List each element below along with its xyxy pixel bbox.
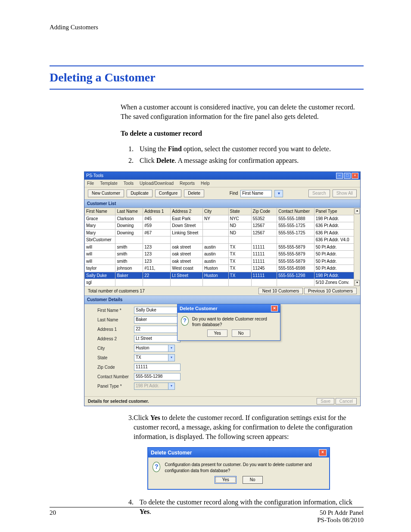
prev-customers-button[interactable]: Previous 10 Customers: [304, 288, 357, 294]
field-input: 198 Pt Addr.: [134, 383, 168, 390]
close-icon[interactable]: ×: [271, 305, 278, 311]
field-input[interactable]: TX: [134, 354, 168, 361]
intro-paragraph: When a customer account is considered in…: [121, 103, 364, 121]
steps-list-b: 3.Click Yes to delete the customer recor…: [128, 413, 364, 441]
chevron-down-icon: ▾: [168, 383, 175, 390]
menu-item[interactable]: Upload/Download: [140, 180, 174, 187]
field-label: Contact Number: [97, 374, 134, 380]
column-header[interactable]: Panel Type: [314, 208, 354, 215]
dialog-title: Delete Customer: [151, 449, 192, 456]
close-icon[interactable]: ×: [319, 449, 327, 456]
menu-item[interactable]: File: [87, 180, 94, 187]
status-bar-text: Details for selected customer.: [88, 398, 149, 404]
field-label: Address 2: [97, 336, 134, 342]
customer-list-header: Customer List: [84, 199, 360, 208]
field-input[interactable]: Lt Street: [134, 335, 181, 342]
yes-button[interactable]: Yes: [215, 476, 236, 484]
screenshot-1: PS-Tools – □ × FileTemplateToolsUpload/D…: [84, 171, 364, 407]
subheading: To delete a customer record: [121, 129, 364, 138]
field-input[interactable]: Huston: [134, 345, 168, 352]
table-row[interactable]: SbrCustomer636 Pt Addr. V4.0: [85, 236, 354, 244]
column-header[interactable]: Zip Code: [251, 208, 277, 215]
field-input[interactable]: 555-555-1298: [134, 373, 181, 380]
total-customers-label: Total number of customers 17: [88, 288, 145, 294]
menu-item[interactable]: Template: [100, 180, 118, 187]
table-row[interactable]: GraceClarkson#45East ParkNYNYC55352555-5…: [85, 215, 354, 222]
question-icon: ?: [153, 462, 160, 472]
menu-item[interactable]: Help: [201, 180, 210, 187]
question-icon: ?: [181, 316, 189, 326]
no-button[interactable]: No: [232, 330, 250, 337]
field-label: Last Name: [97, 317, 134, 323]
field-input[interactable]: 11111: [134, 364, 181, 371]
delete-button[interactable]: Delete: [184, 190, 204, 197]
duplicate-button[interactable]: Duplicate: [127, 190, 153, 197]
cancel-button[interactable]: Cancel: [336, 398, 357, 404]
table-row[interactable]: Sally DukeBaker22Lt StreetHustonTX111115…: [85, 272, 354, 279]
maximize-icon[interactable]: □: [344, 173, 351, 179]
column-header[interactable]: State: [228, 208, 251, 215]
dialog-title: Delete Customer: [180, 305, 217, 312]
page-number: 20: [50, 509, 56, 524]
dialog-message: Configuration data present for customer.…: [165, 462, 325, 473]
step-item: 3.Click Yes to delete the customer recor…: [128, 413, 364, 441]
no-button[interactable]: No: [243, 476, 263, 484]
footer-doc-id: PS-Tools 08/2010: [317, 516, 364, 523]
chevron-down-icon[interactable]: ▾: [274, 190, 283, 197]
minimize-icon[interactable]: –: [336, 173, 343, 179]
yes-button[interactable]: Yes: [207, 330, 227, 337]
new-customer-button[interactable]: New Customer: [88, 190, 124, 197]
configure-button[interactable]: Configure: [155, 190, 181, 197]
customer-details-panel: Delete Customer × ? Do you want to delet…: [84, 304, 360, 396]
toolbar: New Customer Duplicate Configure Delete …: [84, 187, 360, 199]
step-item: 1.Using the Find option, select the cust…: [128, 144, 364, 154]
field-label: Zip Code: [97, 364, 134, 370]
save-button[interactable]: Save: [317, 398, 334, 404]
menu-item[interactable]: Reports: [180, 180, 195, 187]
screenshot-2: Delete Customer × ? Configuration data p…: [147, 447, 364, 490]
window-title: PS-Tools: [86, 173, 103, 179]
footer-product: 50 Pt Addr Panel: [320, 509, 364, 516]
scroll-down-icon[interactable]: ▾: [355, 280, 360, 286]
field-label: State: [97, 355, 134, 361]
section-heading: Deleting a Customer: [50, 65, 364, 90]
field-label: City: [97, 345, 134, 352]
table-row[interactable]: MaryDowning#59Down StreetND12567555-555-…: [85, 222, 354, 230]
column-header[interactable]: First Name: [85, 208, 115, 215]
column-header[interactable]: City: [202, 208, 228, 215]
field-label: First Name *: [97, 308, 134, 314]
search-button[interactable]: Search: [308, 190, 330, 197]
field-label: Panel Type *: [97, 383, 134, 389]
chevron-down-icon[interactable]: ▾: [168, 345, 175, 352]
steps-list-a: 1.Using the Find option, select the cust…: [128, 144, 364, 165]
table-row[interactable]: willsmith123oak streetaustinTX11111555-5…: [85, 251, 354, 258]
column-header[interactable]: Last Name: [115, 208, 143, 215]
menu-bar: FileTemplateToolsUpload/DownloadReportsH…: [84, 180, 360, 188]
customer-details-header: Customer Details: [84, 296, 360, 304]
show-all-button[interactable]: Show All: [333, 190, 357, 197]
page-footer: 20 50 Pt Addr Panel PS-Tools 08/2010: [50, 507, 364, 524]
dialog-message: Do you want to delete Customer record fr…: [192, 316, 277, 328]
table-row[interactable]: willsmith123oak streetaustinTX11111555-5…: [85, 243, 354, 251]
table-row[interactable]: taylorjohnson#111,West coastHustonTX1124…: [85, 265, 354, 272]
find-label: Find: [230, 190, 238, 196]
step-item: 2.Click Delete. A message asking for con…: [128, 156, 364, 165]
column-header[interactable]: Contact Number: [277, 208, 314, 215]
close-icon[interactable]: ×: [352, 173, 358, 179]
customer-table[interactable]: First NameLast NameAddress 1Address 2Cit…: [84, 208, 354, 286]
menu-item[interactable]: Tools: [124, 180, 134, 187]
find-field[interactable]: First Name: [240, 190, 272, 197]
delete-customer-dialog: Delete Customer × ? Do you want to delet…: [177, 304, 280, 341]
vertical-scrollbar[interactable]: ▴ ▾: [354, 208, 360, 286]
table-row[interactable]: willsmith123oak streetaustinTX11111555-5…: [85, 258, 354, 265]
next-customers-button[interactable]: Next 10 Customers: [258, 288, 303, 294]
scroll-up-icon[interactable]: ▴: [355, 208, 360, 214]
field-input[interactable]: 22: [134, 326, 181, 333]
field-input[interactable]: Sally Duke: [134, 307, 181, 314]
column-header[interactable]: Address 2: [171, 208, 203, 215]
table-row[interactable]: MaryDowning#67Linking StreetND12567555-5…: [85, 229, 354, 236]
field-input[interactable]: Baker: [134, 316, 181, 324]
table-row[interactable]: sgl5/10 Zones Conv.: [85, 279, 354, 286]
column-header[interactable]: Address 1: [143, 208, 171, 215]
chevron-down-icon[interactable]: ▾: [168, 354, 175, 361]
